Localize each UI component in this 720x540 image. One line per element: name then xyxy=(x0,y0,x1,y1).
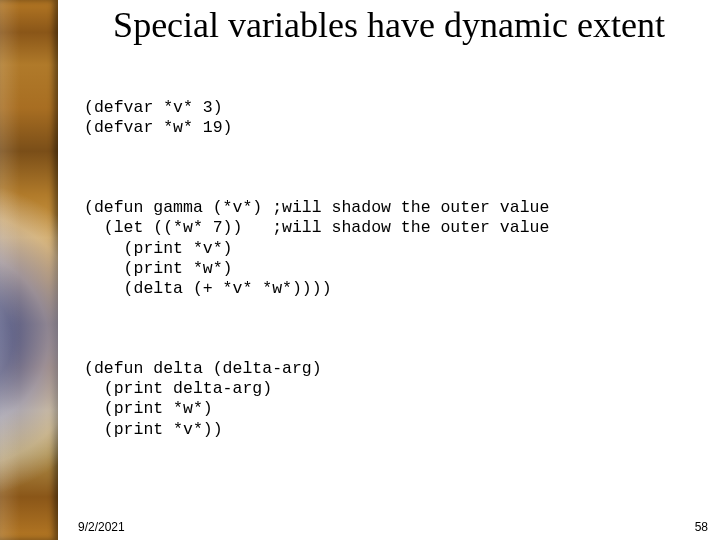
code-block-defvars: (defvar *v* 3) (defvar *w* 19) xyxy=(84,98,720,138)
decorative-sidebar xyxy=(0,0,58,540)
slide-content: Special variables have dynamic extent (d… xyxy=(58,0,720,540)
footer-page-number: 58 xyxy=(695,520,708,534)
code-area: (defvar *v* 3) (defvar *w* 19) (defun ga… xyxy=(58,50,720,500)
footer-date: 9/2/2021 xyxy=(78,520,125,534)
slide-footer: 9/2/2021 58 xyxy=(0,514,720,534)
slide-title: Special variables have dynamic extent xyxy=(58,0,720,50)
code-block-delta: (defun delta (delta-arg) (print delta-ar… xyxy=(84,359,720,440)
code-block-gamma: (defun gamma (*v*) ;will shadow the oute… xyxy=(84,198,720,299)
